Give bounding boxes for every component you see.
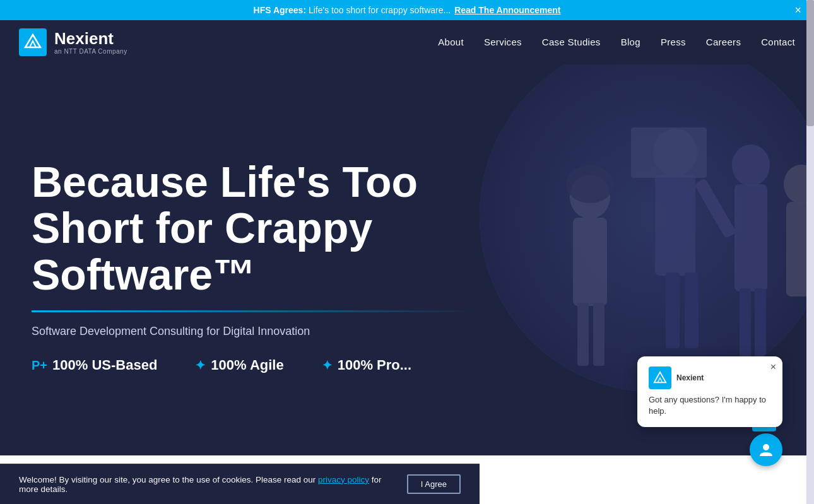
nav-item-blog[interactable]: Blog bbox=[621, 37, 640, 48]
nav-links: About Services Case Studies Blog Press C… bbox=[438, 37, 795, 48]
hero-circle-inner bbox=[480, 64, 814, 392]
nav-link-press[interactable]: Press bbox=[661, 37, 686, 47]
nav-item-services[interactable]: Services bbox=[484, 37, 522, 48]
nav-link-about[interactable]: About bbox=[438, 37, 464, 47]
nav-item-case-studies[interactable]: Case Studies bbox=[542, 37, 601, 48]
hero-title: Because Life's Too Short for Crappy Soft… bbox=[32, 159, 473, 298]
chat-widget: × Nexient Got any questions? I'm happy t… bbox=[637, 356, 782, 455]
scrollbar[interactable] bbox=[806, 0, 814, 455]
stat-label-2: 100% Agile bbox=[211, 357, 283, 373]
chat-bubble: × Nexient Got any questions? I'm happy t… bbox=[637, 356, 782, 427]
stat-label-3: 100% Pro... bbox=[338, 357, 411, 373]
chat-header: Nexient bbox=[649, 366, 771, 389]
stat-agile: ✦ 100% Agile bbox=[195, 357, 283, 373]
announcement-text: HFS Agrees: Life's too short for crappy … bbox=[254, 5, 451, 15]
nav-link-contact[interactable]: Contact bbox=[761, 37, 795, 47]
hero-content: Because Life's Too Short for Crappy Soft… bbox=[32, 159, 473, 373]
logo-icon bbox=[19, 28, 47, 56]
nav-item-press[interactable]: Press bbox=[661, 37, 686, 48]
stat-icon-2: ✦ bbox=[195, 358, 206, 373]
svg-rect-19 bbox=[480, 64, 814, 392]
stat-us-based: P+ 100% US-Based bbox=[32, 357, 157, 373]
announcement-link[interactable]: Read The Announcement bbox=[454, 5, 560, 15]
chat-logo bbox=[649, 366, 671, 389]
chat-logo-icon bbox=[653, 371, 667, 385]
nav-link-case-studies[interactable]: Case Studies bbox=[542, 37, 601, 47]
nav-item-careers[interactable]: Careers bbox=[706, 37, 741, 48]
announcement-close[interactable]: × bbox=[794, 4, 801, 16]
stat-icon-3: ✦ bbox=[322, 358, 333, 373]
chat-close-button[interactable]: × bbox=[770, 361, 776, 373]
chat-open-button[interactable] bbox=[750, 433, 782, 455]
navbar: Nexient an NTT DATA Company About Servic… bbox=[0, 20, 814, 64]
nav-link-blog[interactable]: Blog bbox=[621, 37, 640, 47]
logo-name: Nexient bbox=[54, 30, 127, 48]
chat-brand-label: Nexient bbox=[676, 373, 704, 382]
logo-text-area: Nexient an NTT DATA Company bbox=[54, 30, 127, 55]
hero-subtitle: Software Development Consulting for Digi… bbox=[32, 325, 473, 338]
nav-item-about[interactable]: About bbox=[438, 37, 464, 48]
svg-point-21 bbox=[763, 444, 769, 450]
stat-pro: ✦ 100% Pro... bbox=[322, 357, 411, 373]
logo-sub: an NTT DATA Company bbox=[54, 48, 127, 55]
nav-link-careers[interactable]: Careers bbox=[706, 37, 741, 47]
stat-label-1: 100% US-Based bbox=[52, 357, 157, 373]
stat-icon-1: P+ bbox=[32, 358, 47, 373]
hero-divider bbox=[32, 310, 473, 312]
nav-link-services[interactable]: Services bbox=[484, 37, 522, 47]
announcement-bar: HFS Agrees: Life's too short for crappy … bbox=[0, 0, 814, 20]
logo-area[interactable]: Nexient an NTT DATA Company bbox=[19, 28, 127, 56]
chat-icon bbox=[757, 441, 775, 455]
hero-image-circle bbox=[480, 64, 814, 392]
nav-item-contact[interactable]: Contact bbox=[761, 37, 795, 48]
scrollbar-thumb[interactable] bbox=[806, 0, 814, 126]
hero-stats: P+ 100% US-Based ✦ 100% Agile ✦ 100% Pro… bbox=[32, 357, 473, 373]
chat-message-text: Got any questions? I'm happy to help. bbox=[649, 394, 771, 417]
